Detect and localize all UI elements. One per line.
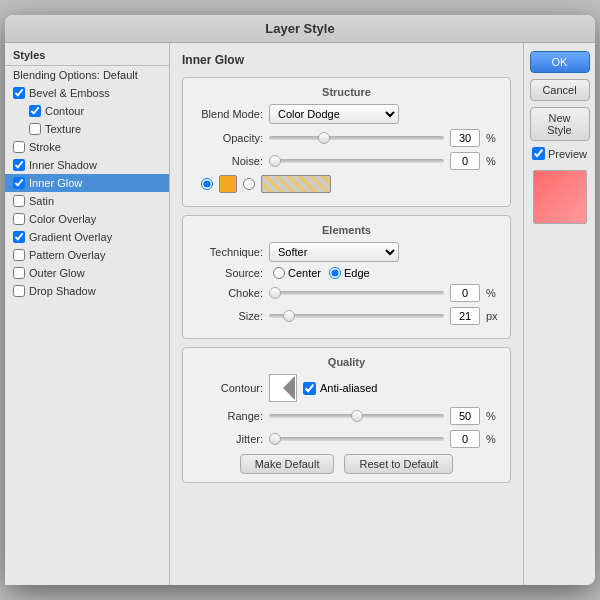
anti-aliased-checkbox[interactable]: [303, 382, 316, 395]
edge-radio[interactable]: [329, 267, 341, 279]
style-item-satin[interactable]: Satin: [5, 192, 169, 210]
blending-label: Blending Options: Default: [13, 69, 138, 81]
satin-checkbox[interactable]: [13, 195, 25, 207]
new-style-button[interactable]: New Style: [530, 107, 590, 141]
contour-label: Contour:: [193, 382, 263, 394]
style-item-inner-glow[interactable]: Inner Glow: [5, 174, 169, 192]
range-label: Range:: [193, 410, 263, 422]
center-label: Center: [288, 267, 321, 279]
choke-value[interactable]: 0: [450, 284, 480, 302]
style-item-stroke[interactable]: Stroke: [5, 138, 169, 156]
choke-slider-container: [269, 286, 444, 300]
elements-section: Elements Technique: Softer Precise Sourc…: [182, 215, 511, 339]
contour-icon: [271, 376, 295, 400]
jitter-label: Jitter:: [193, 433, 263, 445]
edge-label: Edge: [344, 267, 370, 279]
style-item-inner-shadow[interactable]: Inner Shadow: [5, 156, 169, 174]
ok-button[interactable]: OK: [530, 51, 590, 73]
size-row: Size: 21 px: [193, 307, 500, 325]
style-item-texture[interactable]: Texture: [5, 120, 169, 138]
style-item-gradient-overlay[interactable]: Gradient Overlay: [5, 228, 169, 246]
opacity-value[interactable]: 30: [450, 129, 480, 147]
gradient-overlay-checkbox[interactable]: [13, 231, 25, 243]
noise-row: Noise: 0 %: [193, 152, 500, 170]
bevel-label: Bevel & Emboss: [29, 87, 110, 99]
solid-color-swatch[interactable]: [219, 175, 237, 193]
range-value[interactable]: 50: [450, 407, 480, 425]
make-default-button[interactable]: Make Default: [240, 454, 335, 474]
pattern-overlay-checkbox[interactable]: [13, 249, 25, 261]
quality-section: Quality Contour: Anti-aliased: [182, 347, 511, 483]
layer-style-dialog: Layer Style Styles Blending Options: Def…: [5, 15, 595, 585]
size-value[interactable]: 21: [450, 307, 480, 325]
gradient-radio[interactable]: [243, 178, 255, 190]
style-item-color-overlay[interactable]: Color Overlay: [5, 210, 169, 228]
inner-glow-title: Inner Glow: [182, 53, 511, 67]
anti-aliased-label: Anti-aliased: [303, 382, 377, 395]
texture-checkbox[interactable]: [29, 123, 41, 135]
stroke-checkbox[interactable]: [13, 141, 25, 153]
technique-select[interactable]: Softer Precise: [269, 242, 399, 262]
bottom-buttons: Make Default Reset to Default: [193, 454, 500, 474]
contour-thumbnail[interactable]: [269, 374, 297, 402]
inner-shadow-label: Inner Shadow: [29, 159, 97, 171]
pattern-overlay-label: Pattern Overlay: [29, 249, 105, 261]
style-item-pattern-overlay[interactable]: Pattern Overlay: [5, 246, 169, 264]
jitter-value[interactable]: 0: [450, 430, 480, 448]
style-item-drop-shadow[interactable]: Drop Shadow: [5, 282, 169, 300]
cancel-button[interactable]: Cancel: [530, 79, 590, 101]
reset-to-default-button[interactable]: Reset to Default: [344, 454, 453, 474]
range-slider-container: [269, 409, 444, 423]
left-panel: Styles Blending Options: Default Bevel &…: [5, 43, 170, 585]
source-label: Source:: [193, 267, 263, 279]
jitter-slider[interactable]: [269, 437, 444, 441]
preview-row: Preview: [532, 147, 587, 160]
stroke-label: Stroke: [29, 141, 61, 153]
blend-mode-label: Blend Mode:: [193, 108, 263, 120]
color-overlay-checkbox[interactable]: [13, 213, 25, 225]
choke-slider[interactable]: [269, 291, 444, 295]
drop-shadow-label: Drop Shadow: [29, 285, 96, 297]
noise-value[interactable]: 0: [450, 152, 480, 170]
choke-unit: %: [486, 287, 500, 299]
gradient-overlay-label: Gradient Overlay: [29, 231, 112, 243]
size-label: Size:: [193, 310, 263, 322]
drop-shadow-checkbox[interactable]: [13, 285, 25, 297]
size-slider[interactable]: [269, 314, 444, 318]
preview-checkbox[interactable]: [532, 147, 545, 160]
contour-label: Contour: [45, 105, 84, 117]
technique-label: Technique:: [193, 246, 263, 258]
jitter-slider-container: [269, 432, 444, 446]
inner-glow-checkbox[interactable]: [13, 177, 25, 189]
style-item-blending[interactable]: Blending Options: Default: [5, 66, 169, 84]
range-slider[interactable]: [269, 414, 444, 418]
opacity-slider[interactable]: [269, 136, 444, 140]
structure-title: Structure: [193, 86, 500, 98]
styles-header: Styles: [5, 43, 169, 66]
source-group: Center Edge: [273, 267, 370, 279]
style-item-outer-glow[interactable]: Outer Glow: [5, 264, 169, 282]
outer-glow-checkbox[interactable]: [13, 267, 25, 279]
opacity-label: Opacity:: [193, 132, 263, 144]
dialog-title: Layer Style: [5, 15, 595, 43]
bevel-checkbox[interactable]: [13, 87, 25, 99]
choke-label: Choke:: [193, 287, 263, 299]
outer-glow-label: Outer Glow: [29, 267, 85, 279]
right-panel: OK Cancel New Style Preview: [523, 43, 595, 585]
style-item-contour[interactable]: Contour: [5, 102, 169, 120]
noise-label: Noise:: [193, 155, 263, 167]
noise-slider[interactable]: [269, 159, 444, 163]
dialog-body: Styles Blending Options: Default Bevel &…: [5, 43, 595, 585]
solid-color-radio[interactable]: [201, 178, 213, 190]
elements-title: Elements: [193, 224, 500, 236]
center-radio[interactable]: [273, 267, 285, 279]
style-item-bevel[interactable]: Bevel & Emboss: [5, 84, 169, 102]
blend-mode-row: Blend Mode: Color Dodge Normal Screen: [193, 104, 500, 124]
source-row: Source: Center Edge: [193, 267, 500, 279]
gradient-swatch[interactable]: [261, 175, 331, 193]
contour-checkbox[interactable]: [29, 105, 41, 117]
center-option: Center: [273, 267, 321, 279]
color-row: [193, 175, 500, 193]
inner-shadow-checkbox[interactable]: [13, 159, 25, 171]
blend-mode-select[interactable]: Color Dodge Normal Screen: [269, 104, 399, 124]
